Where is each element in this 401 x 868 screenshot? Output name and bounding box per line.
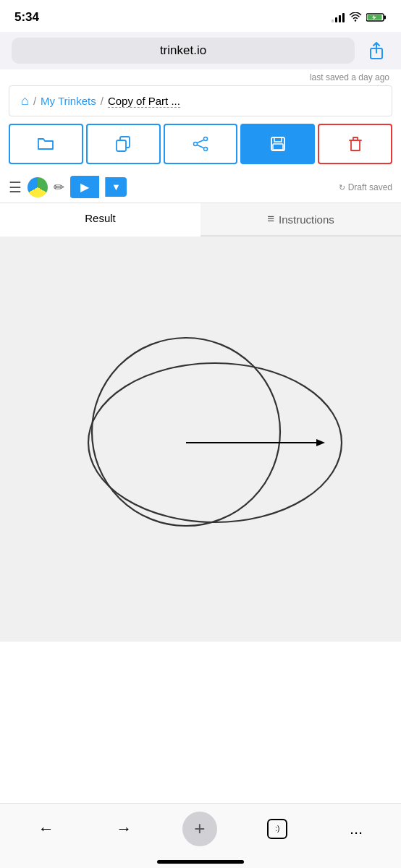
copy-button[interactable] (86, 124, 161, 164)
status-icons (332, 12, 387, 22)
home-icon[interactable]: ⌂ (21, 93, 29, 109)
breadcrumb-sep-1: / (33, 95, 36, 107)
svg-point-8 (193, 142, 197, 146)
svg-rect-2 (384, 16, 387, 20)
editor-toolbar: ☰ ✏ ▶ ▼ ↻ Draft saved (0, 171, 401, 203)
status-time: 5:34 (14, 10, 39, 25)
forward-button[interactable]: → (104, 814, 143, 844)
status-bar: 5:34 (0, 0, 401, 32)
draft-saved-icon: ↻ (339, 183, 345, 192)
svg-line-11 (197, 145, 203, 148)
svg-point-9 (203, 148, 207, 151)
tab-instructions-label: Instructions (279, 213, 334, 226)
tabs-button[interactable]: :) (256, 813, 299, 845)
signal-icon (332, 12, 345, 22)
delete-button[interactable] (318, 124, 392, 164)
home-indicator (157, 860, 244, 864)
tab-instructions[interactable]: ≡ Instructions (200, 203, 401, 237)
svg-rect-14 (273, 144, 283, 150)
svg-line-10 (197, 140, 203, 143)
instructions-list-icon: ≡ (267, 212, 274, 226)
svg-point-0 (355, 20, 356, 21)
save-button[interactable] (240, 124, 315, 164)
back-button[interactable]: ← (27, 814, 66, 844)
logo-icon (28, 177, 48, 197)
folder-button[interactable] (9, 124, 83, 164)
tabs-label: :) (275, 825, 279, 833)
svg-point-7 (203, 137, 207, 141)
breadcrumb: ⌂ / My Trinkets / Copy of Part ... (9, 85, 392, 116)
address-bar-container: trinket.io (0, 32, 401, 69)
breadcrumb-sep-2: / (101, 95, 104, 107)
run-button[interactable]: ▶ (70, 176, 99, 198)
svg-rect-6 (117, 140, 126, 151)
arrowhead (316, 439, 325, 446)
battery-icon (366, 12, 387, 22)
add-button[interactable]: + (182, 812, 217, 846)
run-dropdown-button[interactable]: ▼ (105, 177, 127, 197)
pencil-icon[interactable]: ✏ (54, 179, 64, 195)
menu-icon[interactable]: ☰ (9, 179, 22, 196)
canvas-area (0, 237, 401, 642)
tab-result[interactable]: Result (0, 203, 200, 237)
my-trinkets-link[interactable]: My Trinkets (41, 95, 96, 107)
canvas-svg (0, 237, 401, 642)
wifi-icon (349, 12, 362, 22)
bottom-nav: ← → + :) ... (0, 803, 401, 868)
tabs: Result ≡ Instructions (0, 203, 401, 237)
tab-result-label: Result (85, 212, 116, 224)
tabs-square-icon: :) (267, 819, 287, 839)
draft-saved-status: ↻ Draft saved (339, 182, 392, 192)
share-toolbar-button[interactable] (164, 124, 238, 164)
toolbar-buttons (0, 116, 401, 171)
draft-saved-text: Draft saved (348, 182, 392, 192)
more-button[interactable]: ... (338, 814, 374, 844)
address-bar[interactable]: trinket.io (12, 38, 355, 64)
save-info: last saved a day ago (0, 69, 401, 85)
share-button[interactable] (363, 38, 389, 64)
breadcrumb-current: Copy of Part ... (108, 95, 180, 108)
